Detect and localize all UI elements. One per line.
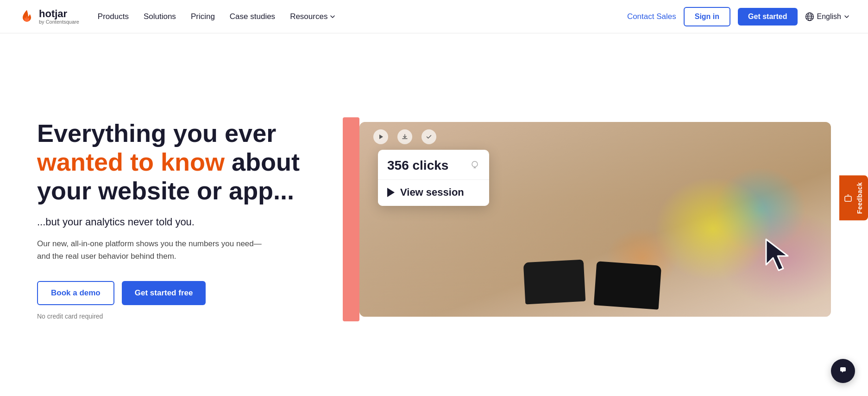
click-count: 356 clicks — [387, 158, 448, 173]
contact-sales-link[interactable]: Contact Sales — [627, 12, 676, 21]
hero-headline: Everything you ever wanted to know about… — [37, 119, 315, 205]
hero-note: No credit card required — [37, 313, 315, 320]
hero-accent-bar — [343, 117, 359, 321]
hero-section: Everything you ever wanted to know about… — [0, 33, 868, 396]
hero-buttons: Book a demo Get started free — [37, 281, 315, 305]
download-icon-btn[interactable] — [397, 129, 412, 144]
logo-sub: by Contentsquare — [39, 19, 79, 25]
hero-subtext: ...but your analytics never told you. — [37, 216, 315, 228]
hero-visualization: 356 clicks View session — [343, 103, 831, 335]
chat-icon — [837, 364, 849, 378]
nav-item-resources[interactable]: Resources — [290, 12, 336, 21]
hero-content: Everything you ever wanted to know about… — [37, 119, 315, 320]
logo-name: hotjar — [39, 9, 79, 19]
nav-links: Products Solutions Pricing Case studies … — [98, 12, 627, 21]
language-label: English — [817, 13, 841, 21]
viz-toolbar — [373, 129, 436, 144]
chevron-down-icon — [844, 14, 849, 19]
shoe-right — [594, 261, 661, 310]
get-started-free-button[interactable]: Get started free — [122, 281, 206, 305]
nav-item-solutions[interactable]: Solutions — [144, 12, 176, 21]
sign-in-button[interactable]: Sign in — [684, 7, 730, 26]
play-icon-btn[interactable] — [373, 129, 388, 144]
clicks-tooltip: 356 clicks View session — [378, 150, 489, 206]
book-demo-button[interactable]: Book a demo — [37, 281, 114, 305]
get-started-button[interactable]: Get started — [738, 8, 797, 26]
view-session-label: View session — [400, 186, 464, 198]
feedback-tab-button[interactable]: Feedback — [839, 176, 868, 221]
nav-actions: Contact Sales Sign in Get started Englis… — [627, 7, 849, 26]
chevron-down-icon — [329, 13, 336, 20]
cursor-pointer — [764, 237, 794, 275]
check-icon-btn[interactable] — [421, 129, 436, 144]
nav-item-products[interactable]: Products — [98, 12, 129, 21]
svg-rect-6 — [845, 196, 851, 201]
feedback-label: Feedback — [856, 182, 863, 214]
hero-desc: Our new, all-in-one platform shows you t… — [37, 237, 269, 262]
logo-link[interactable]: hotjar by Contentsquare — [19, 8, 79, 25]
heatmap-preview: 356 clicks View session — [359, 122, 831, 317]
language-selector[interactable]: English — [805, 12, 849, 21]
chat-bubble-button[interactable] — [831, 359, 855, 383]
hotjar-logo-icon — [19, 8, 35, 25]
nav-item-case-studies[interactable]: Case studies — [230, 12, 275, 21]
shoe-left — [523, 260, 586, 305]
play-triangle-icon — [387, 188, 395, 197]
bulb-icon[interactable] — [470, 160, 480, 172]
navbar: hotjar by Contentsquare Products Solutio… — [0, 0, 868, 33]
tooltip-header: 356 clicks — [378, 150, 489, 180]
view-session-button[interactable]: View session — [378, 180, 489, 206]
hero-highlight: wanted to know — [37, 148, 225, 176]
nav-item-pricing[interactable]: Pricing — [191, 12, 215, 21]
cursor-icon — [764, 237, 794, 273]
globe-icon — [805, 12, 814, 21]
feedback-sidebar: Feedback — [839, 176, 868, 221]
feedback-icon — [844, 194, 852, 202]
svg-point-5 — [472, 161, 478, 167]
